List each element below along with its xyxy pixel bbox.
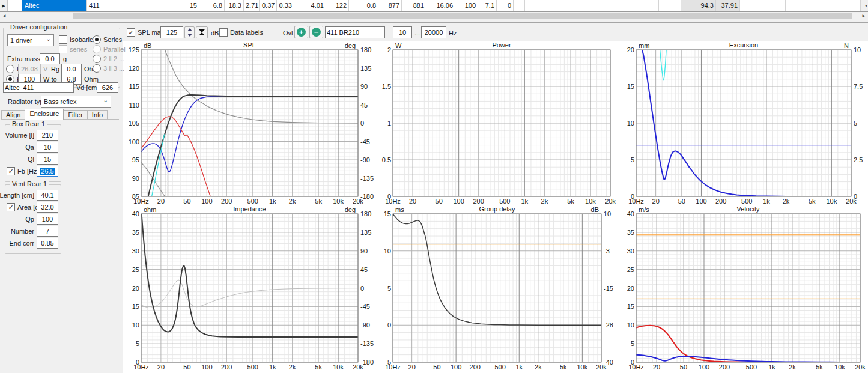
table-cell[interactable]: 2.71: [244, 0, 260, 11]
parallel-22-radio[interactable]: 2 ‖ 2 ...: [93, 55, 124, 63]
table-cell[interactable]: [554, 0, 584, 11]
series-checkbox[interactable]: series: [59, 45, 87, 53]
area-field[interactable]: [37, 202, 58, 213]
fb-checkbox[interactable]: ✓ Fb [Hz]: [7, 167, 38, 175]
table-cell[interactable]: 877: [378, 0, 402, 11]
table-cell[interactable]: 37.91: [716, 0, 740, 11]
tab-info[interactable]: Info: [87, 110, 108, 120]
table-cell[interactable]: 411: [87, 0, 181, 11]
svg-text:115: 115: [129, 83, 139, 90]
table-cell[interactable]: 15: [181, 0, 199, 11]
endcorr-field[interactable]: [37, 238, 58, 249]
driver-name-field[interactable]: [3, 82, 74, 93]
overlay-name-field[interactable]: [325, 26, 385, 38]
minus-icon: −: [312, 28, 321, 37]
svg-text:15: 15: [627, 303, 634, 310]
power-chart: 21.510.5010Hz20501002005001k2k5k10k20kPo…: [375, 41, 618, 205]
svg-text:200: 200: [221, 363, 232, 371]
svg-text:10Hz: 10Hz: [133, 363, 149, 371]
table-cell[interactable]: 18.3: [225, 0, 244, 11]
table-cell[interactable]: 94.3: [681, 0, 716, 11]
svg-text:50: 50: [183, 198, 190, 205]
svg-text:2k: 2k: [541, 198, 548, 205]
freq-from-field[interactable]: [393, 26, 412, 38]
table-cell[interactable]: 6.8: [199, 0, 225, 11]
scrollbar-thumb[interactable]: [73, 13, 852, 19]
rg-field[interactable]: [61, 64, 82, 74]
excursion-chart: 2010157.510552.50010Hz20501002005001k2k5…: [618, 41, 868, 205]
svg-text:10: 10: [604, 210, 611, 217]
svg-text:Power: Power: [492, 41, 511, 49]
isobaric-checkbox[interactable]: Isobaric: [59, 35, 93, 44]
number-field[interactable]: [37, 226, 58, 237]
volume-field[interactable]: [37, 130, 58, 141]
qa-field[interactable]: [37, 142, 58, 153]
svg-text:25: 25: [132, 266, 139, 273]
driver-table-row[interactable]: ▶ Altec 411156.818.32.710.370.334.011220…: [0, 0, 868, 12]
table-cell[interactable]: 7.1: [478, 0, 497, 11]
freq-to-field[interactable]: [421, 26, 446, 38]
table-cell[interactable]: [610, 0, 636, 11]
spin-up-icon[interactable]: [187, 28, 192, 31]
chart-grid: 12518012013511590110451050100-4595-9090-…: [123, 41, 868, 373]
remove-overlay-button[interactable]: −: [309, 26, 323, 38]
qp-field[interactable]: [37, 214, 58, 225]
tab-align[interactable]: Align: [1, 110, 25, 120]
fb-field[interactable]: 26.5: [37, 166, 58, 177]
table-cell[interactable]: 4.01: [294, 0, 326, 11]
series-radio[interactable]: Series: [93, 35, 122, 44]
table-cell[interactable]: 100: [455, 0, 478, 11]
table-horizontal-scrollbar[interactable]: ◄ ►: [0, 12, 868, 20]
driver-count-combo[interactable]: 1 driver ⌄: [7, 34, 54, 46]
table-cell[interactable]: 122: [326, 0, 349, 11]
table-cell[interactable]: [636, 0, 659, 11]
table-cell[interactable]: [584, 0, 610, 11]
table-cell[interactable]: [786, 0, 861, 11]
table-cell[interactable]: 16.06: [426, 0, 455, 11]
extra-mass-field[interactable]: [40, 53, 60, 64]
tab-filter[interactable]: Filter: [63, 110, 87, 120]
table-cell[interactable]: 0: [497, 0, 514, 11]
svg-text:500: 500: [741, 198, 752, 205]
driver-configuration-group: Driver configuration 1 driver ⌄ Isobaric…: [3, 28, 120, 88]
table-cell[interactable]: [659, 0, 681, 11]
spl-max-field[interactable]: [160, 26, 183, 38]
svg-text:2k: 2k: [535, 363, 542, 371]
driver-row-checkbox[interactable]: [8, 0, 22, 11]
svg-text:-15: -15: [604, 285, 613, 292]
table-cell[interactable]: 881: [402, 0, 426, 11]
parallel-radio[interactable]: Parallel: [93, 45, 126, 53]
add-overlay-button[interactable]: +: [294, 26, 308, 38]
driver-name-cell[interactable]: Altec: [22, 0, 87, 11]
svg-text:2k: 2k: [789, 363, 796, 371]
scroll-right-icon[interactable]: ►: [860, 12, 868, 20]
table-vertical-scrollbar[interactable]: ▼: [861, 0, 868, 11]
parallel-33-radio[interactable]: 3 ‖ 3 ...: [93, 64, 124, 73]
svg-text:20: 20: [627, 46, 634, 53]
radiator-type-combo[interactable]: Bass reflex ⌄: [41, 96, 111, 108]
tab-enclosure[interactable]: Enclosure: [25, 109, 64, 120]
data-labels-checkbox[interactable]: Data labels: [219, 28, 263, 37]
table-cell[interactable]: 0.8: [349, 0, 378, 11]
spl-max-checkbox[interactable]: ✓ SPL max: [127, 28, 164, 37]
autoscale-button[interactable]: [196, 26, 208, 38]
vd-field[interactable]: [97, 82, 118, 93]
table-cell[interactable]: 0.33: [277, 0, 294, 11]
table-cell[interactable]: 0.37: [260, 0, 277, 11]
svg-text:20: 20: [132, 285, 139, 292]
ql-field[interactable]: [37, 154, 58, 165]
db-unit-label: dB: [211, 29, 219, 37]
enclosure-side-panel: Driver configuration 1 driver ⌄ Isobaric…: [0, 23, 123, 373]
voltage-field[interactable]: [18, 64, 41, 74]
spin-down-icon[interactable]: [187, 34, 192, 37]
svg-text:30: 30: [132, 247, 139, 255]
svg-text:1k: 1k: [269, 198, 276, 205]
table-cell[interactable]: [525, 0, 554, 11]
spl-max-spinner[interactable]: [184, 26, 195, 38]
length-field[interactable]: [37, 190, 58, 201]
scroll-left-icon[interactable]: ◄: [0, 12, 8, 20]
v-unit-label: V: [43, 65, 47, 73]
svg-text:500: 500: [247, 363, 258, 371]
table-cell[interactable]: [514, 0, 525, 11]
table-cell[interactable]: [740, 0, 786, 11]
